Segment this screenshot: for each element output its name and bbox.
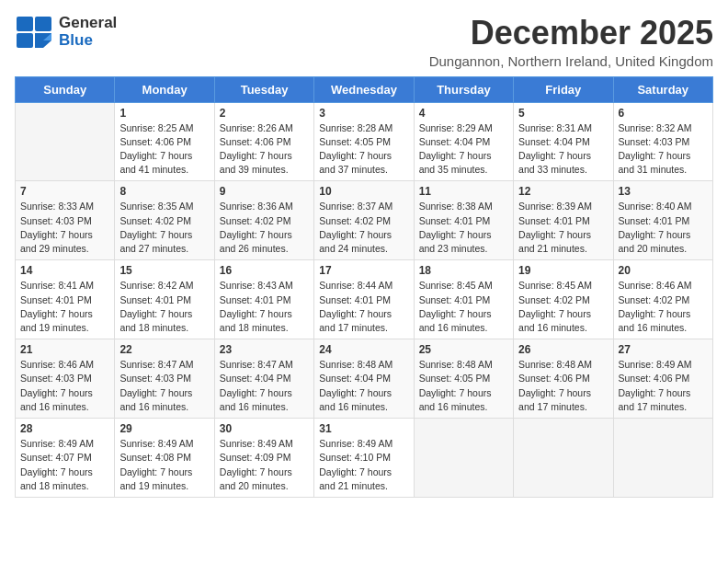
cell-line: Daylight: 7 hours xyxy=(119,228,209,242)
day-number: 4 xyxy=(419,107,508,120)
cell-line: Sunrise: 8:48 AM xyxy=(518,358,608,372)
cell-line: Sunset: 4:04 PM xyxy=(419,135,508,149)
location: Dungannon, Northern Ireland, United King… xyxy=(429,53,713,69)
cell-content: Sunrise: 8:49 AMSunset: 4:08 PMDaylight:… xyxy=(119,437,209,493)
cell-line: Sunrise: 8:35 AM xyxy=(119,200,209,213)
day-number: 16 xyxy=(220,264,309,277)
cell-content: Sunrise: 8:46 AMSunset: 4:02 PMDaylight:… xyxy=(619,279,708,335)
cell-line: Daylight: 7 hours xyxy=(20,307,109,321)
calendar-cell xyxy=(613,419,712,498)
cell-content: Sunrise: 8:45 AMSunset: 4:02 PMDaylight:… xyxy=(518,279,608,335)
day-number: 17 xyxy=(319,264,408,277)
day-number: 21 xyxy=(20,343,109,356)
cell-line: Sunrise: 8:31 AM xyxy=(518,121,608,135)
cell-content: Sunrise: 8:49 AMSunset: 4:10 PMDaylight:… xyxy=(319,437,408,493)
calendar-cell: 16Sunrise: 8:43 AMSunset: 4:01 PMDayligh… xyxy=(214,260,313,339)
cell-line: Sunset: 4:03 PM xyxy=(20,214,109,228)
day-number: 11 xyxy=(419,185,508,198)
calendar-cell: 2Sunrise: 8:26 AMSunset: 4:06 PMDaylight… xyxy=(214,102,313,181)
cell-line: Sunset: 4:02 PM xyxy=(319,214,408,228)
cell-line: and 16 minutes. xyxy=(518,321,608,335)
calendar-cell: 12Sunrise: 8:39 AMSunset: 4:01 PMDayligh… xyxy=(514,181,613,260)
cell-line: Daylight: 7 hours xyxy=(20,386,109,400)
logo-blue: Blue xyxy=(59,31,93,49)
cell-line: and 29 minutes. xyxy=(20,242,109,256)
day-number: 20 xyxy=(619,264,708,277)
cell-line: Sunrise: 8:49 AM xyxy=(619,358,708,372)
cell-line: Daylight: 7 hours xyxy=(419,386,508,400)
cell-line: Sunset: 4:04 PM xyxy=(220,372,309,385)
cell-content: Sunrise: 8:38 AMSunset: 4:01 PMDaylight:… xyxy=(419,200,508,256)
cell-line: Sunset: 4:10 PM xyxy=(319,451,408,465)
calendar-cell: 26Sunrise: 8:48 AMSunset: 4:06 PMDayligh… xyxy=(514,339,613,419)
cell-content: Sunrise: 8:42 AMSunset: 4:01 PMDaylight:… xyxy=(119,279,209,335)
calendar-cell: 11Sunrise: 8:38 AMSunset: 4:01 PMDayligh… xyxy=(414,181,513,260)
cell-line: Daylight: 7 hours xyxy=(319,228,408,242)
cell-content: Sunrise: 8:41 AMSunset: 4:01 PMDaylight:… xyxy=(20,279,109,335)
cell-content: Sunrise: 8:49 AMSunset: 4:07 PMDaylight:… xyxy=(20,437,109,493)
cell-line: Daylight: 7 hours xyxy=(319,386,408,400)
cell-line: Sunset: 4:06 PM xyxy=(119,135,209,149)
cell-line: and 24 minutes. xyxy=(319,242,408,256)
day-number: 8 xyxy=(119,185,209,198)
cell-line: and 23 minutes. xyxy=(419,242,508,256)
cell-line: and 21 minutes. xyxy=(518,242,608,256)
calendar-cell: 8Sunrise: 8:35 AMSunset: 4:02 PMDaylight… xyxy=(115,181,214,260)
calendar-cell: 19Sunrise: 8:45 AMSunset: 4:02 PMDayligh… xyxy=(514,260,613,339)
cell-line: Sunset: 4:05 PM xyxy=(319,135,408,149)
calendar-table: SundayMondayTuesdayWednesdayThursdayFrid… xyxy=(15,76,713,498)
cell-content: Sunrise: 8:25 AMSunset: 4:06 PMDaylight:… xyxy=(119,121,209,178)
cell-line: Daylight: 7 hours xyxy=(419,228,508,242)
cell-line: Sunrise: 8:26 AM xyxy=(220,121,309,135)
cell-line: Sunset: 4:01 PM xyxy=(20,293,109,307)
title-area: December 2025 Dungannon, Northern Irelan… xyxy=(429,15,713,69)
calendar-cell: 23Sunrise: 8:47 AMSunset: 4:04 PMDayligh… xyxy=(214,339,313,419)
cell-line: and 18 minutes. xyxy=(119,321,209,335)
calendar-header-row: SundayMondayTuesdayWednesdayThursdayFrid… xyxy=(16,76,713,102)
cell-line: and 21 minutes. xyxy=(319,479,408,493)
weekday-header-friday: Friday xyxy=(514,76,613,102)
svg-rect-0 xyxy=(17,17,33,31)
cell-line: Sunset: 4:04 PM xyxy=(319,372,408,385)
day-number: 3 xyxy=(319,107,408,120)
weekday-header-tuesday: Tuesday xyxy=(214,76,313,102)
cell-line: Daylight: 7 hours xyxy=(518,149,608,163)
cell-line: Daylight: 7 hours xyxy=(619,228,708,242)
cell-line: Sunset: 4:08 PM xyxy=(119,451,209,465)
cell-content: Sunrise: 8:29 AMSunset: 4:04 PMDaylight:… xyxy=(419,121,508,178)
cell-content: Sunrise: 8:45 AMSunset: 4:01 PMDaylight:… xyxy=(419,279,508,335)
cell-content: Sunrise: 8:49 AMSunset: 4:06 PMDaylight:… xyxy=(619,358,708,414)
cell-line: Sunset: 4:01 PM xyxy=(419,293,508,307)
cell-line: Daylight: 7 hours xyxy=(319,465,408,479)
cell-line: Sunrise: 8:41 AM xyxy=(20,279,109,293)
cell-line: and 17 minutes. xyxy=(518,400,608,414)
day-number: 18 xyxy=(419,264,508,277)
cell-line: and 41 minutes. xyxy=(119,163,209,177)
cell-content: Sunrise: 8:37 AMSunset: 4:02 PMDaylight:… xyxy=(319,200,408,256)
cell-line: Daylight: 7 hours xyxy=(220,307,309,321)
day-number: 31 xyxy=(319,422,408,435)
page-header: General Blue December 2025 Dungannon, No… xyxy=(15,15,713,69)
cell-line: and 16 minutes. xyxy=(419,321,508,335)
cell-content: Sunrise: 8:28 AMSunset: 4:05 PMDaylight:… xyxy=(319,121,408,178)
cell-line: Daylight: 7 hours xyxy=(419,149,508,163)
cell-line: Sunset: 4:02 PM xyxy=(518,293,608,307)
cell-line: Sunset: 4:03 PM xyxy=(619,135,708,149)
cell-content: Sunrise: 8:33 AMSunset: 4:03 PMDaylight:… xyxy=(20,200,109,256)
cell-line: Sunrise: 8:48 AM xyxy=(419,358,508,372)
day-number: 25 xyxy=(419,343,508,356)
cell-line: Sunrise: 8:43 AM xyxy=(220,279,309,293)
cell-line: and 16 minutes. xyxy=(419,400,508,414)
cell-line: and 31 minutes. xyxy=(619,163,708,177)
calendar-cell: 5Sunrise: 8:31 AMSunset: 4:04 PMDaylight… xyxy=(514,102,613,181)
cell-line: Sunset: 4:01 PM xyxy=(119,293,209,307)
cell-content: Sunrise: 8:48 AMSunset: 4:05 PMDaylight:… xyxy=(419,358,508,414)
cell-line: Daylight: 7 hours xyxy=(119,307,209,321)
cell-line: Sunrise: 8:47 AM xyxy=(220,358,309,372)
cell-line: and 37 minutes. xyxy=(319,163,408,177)
cell-line: Sunrise: 8:45 AM xyxy=(518,279,608,293)
calendar-cell: 6Sunrise: 8:32 AMSunset: 4:03 PMDaylight… xyxy=(613,102,712,181)
cell-line: Sunset: 4:05 PM xyxy=(419,372,508,385)
day-number: 23 xyxy=(220,343,309,356)
cell-line: Sunset: 4:01 PM xyxy=(220,293,309,307)
